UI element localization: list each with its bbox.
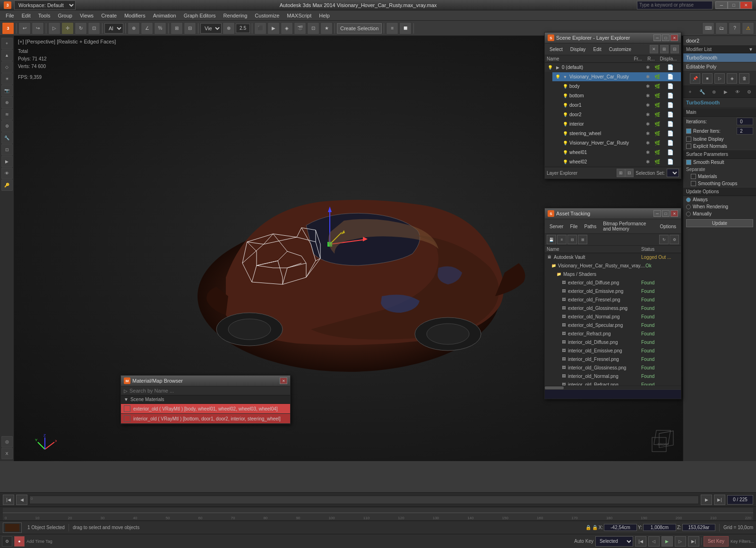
sidebar-systems[interactable]: ⚙ [1,120,13,132]
layer-row-steering[interactable]: 💡 steering_wheel ✱ 🌿 📄 [560,129,681,138]
isoline-checkbox[interactable] [686,137,691,142]
sidebar-motion[interactable]: ▶ [1,156,13,167]
viewport-thumb[interactable] [3,522,22,533]
at-scrollbar-thumb[interactable] [545,386,564,389]
display-icon[interactable]: 👁 [733,87,742,96]
sidebar-xray[interactable]: X [1,448,13,459]
create-selection-button[interactable]: Create Selection [337,23,382,34]
smoothing-groups-checkbox[interactable] [691,181,696,186]
prev-frame-btn[interactable]: ◀ [16,495,27,505]
layer-row-bottom[interactable]: 💡 bottom ✱ 🌿 📄 [560,91,681,101]
anim-go-end[interactable]: ▶| [688,536,699,547]
z-value[interactable]: 153,629ar [682,524,715,531]
le-expand-btn[interactable]: ⊞ [660,45,669,53]
anim-record-btn[interactable]: ● [14,536,25,547]
at-row-tex-4[interactable]: 🖼 exterior_old_Glossiness.png Found [545,304,681,313]
at-row-tex-13[interactable]: 🖼 interior_old_Refract.png Found [545,381,681,385]
at-file-menu[interactable]: File [567,223,580,230]
sidebar-helpers[interactable]: ⊕ [1,97,13,108]
coord-system[interactable]: ⊕ [223,22,235,34]
explicit-normals-checkbox[interactable] [686,144,691,149]
menu-customize[interactable]: Customize [251,12,283,19]
object-name-field[interactable]: door2 [683,36,756,46]
anim-go-start[interactable]: |◀ [635,536,646,547]
layer-row-body[interactable]: 💡 body ✱ 🌿 📄 [560,82,681,91]
le-edit-menu[interactable]: Edit [591,46,604,53]
menu-graph-editors[interactable]: Graph Editors [180,12,220,19]
at-row-tex-8[interactable]: 🖼 interior_old_Diffuse.png Found [545,338,681,347]
render-setup[interactable]: ⬛ [254,22,266,34]
update-button[interactable]: Update [686,219,753,227]
render-frame[interactable]: 🎬 [294,22,306,34]
mb-titlebar[interactable]: M Material/Map Browser ✕ [121,376,290,386]
motion-icon[interactable]: ▶ [721,87,730,96]
at-server-menu[interactable]: Server [547,223,566,230]
help-btn[interactable]: ? [729,22,741,34]
rotate-tool[interactable]: ↻ [75,22,87,34]
at-row-maps[interactable]: 📁 Maps / Shaders [545,270,681,279]
le-display-menu[interactable]: Display [567,46,589,53]
sidebar-utilities[interactable]: 🔑 [1,180,13,191]
mb-material-interior[interactable]: interior_old ( VRayMtl ) [bottom, door1,… [121,414,290,424]
view-dropdown[interactable]: View [200,23,222,34]
timeline-scrubber[interactable]: 0 [29,496,699,504]
at-refresh-btn[interactable]: ↻ [659,235,669,244]
set-key-btn[interactable]: Set Key [704,536,729,547]
le-select-menu[interactable]: Select [547,46,566,53]
layer-row-visionary[interactable]: 💡 ▼ Visionary_Hover_Car_Rusty ✱ 🌿 📄 [552,72,681,82]
at-row-tex-9[interactable]: 🖼 interior_old_Emissive.png Found [545,347,681,355]
navigation-cube[interactable]: FRONT [650,428,678,456]
layer-row-interior[interactable]: 💡 interior ✱ 🌿 📄 [560,120,681,129]
mod-remove[interactable]: 🗑 [739,73,749,84]
at-row-tex-1[interactable]: 🖼 exterior_old_Diffuse.png Found [545,279,681,287]
sidebar-lights[interactable]: ☀ [1,73,13,85]
selection-set-dropdown[interactable] [667,169,679,177]
minimize-button[interactable]: ─ [715,1,728,9]
materials-checkbox[interactable] [691,174,696,179]
workspace-selector[interactable]: Workspace: Default [14,0,76,10]
panel-close-btn[interactable]: ✕ [670,34,678,41]
snap-toggle[interactable]: ⊕ [128,22,140,34]
menu-views[interactable]: Views [76,12,97,19]
mod-make-unique[interactable]: ◈ [727,73,737,84]
le-footer-btn2[interactable]: ⊟ [625,169,634,177]
at-row-visionary-file[interactable]: 📁 Visionary_Hover_Car_Rusty_max_vray....… [545,262,681,270]
le-collapse-btn[interactable]: ⊟ [670,45,679,53]
menu-file[interactable]: File [2,12,18,19]
mb-material-exterior[interactable]: exterior_old ( VRayMtl ) [body, wheel01,… [121,404,290,414]
create-panel-icon[interactable]: + [686,87,695,96]
sidebar-hierarchy[interactable]: ⊡ [1,144,13,155]
quick-render[interactable]: ▶ [267,22,280,34]
close-button[interactable]: ✕ [740,1,752,9]
modifier-editable-poly[interactable]: Editable Poly [683,62,756,71]
at-btn4[interactable]: ⊞ [578,235,587,244]
at-row-tex-2[interactable]: 🖼 exterior_old_Emissive.png Found [545,287,681,296]
modifier-list-dropdown[interactable]: ▼ [748,47,753,52]
at-row-tex-3[interactable]: 🖼 exterior_old_Fresnel.png Found [545,296,681,304]
asset-tracking-titlebar[interactable]: S Asset Tracking ─ □ ✕ [545,208,681,219]
at-btn3[interactable]: ⊟ [567,235,577,244]
render-iters-input[interactable] [737,127,753,135]
manually-radio[interactable] [686,212,691,216]
at-row-tex-12[interactable]: 🖼 interior_old_Normal.png Found [545,372,681,381]
render-iters-checkbox[interactable] [686,128,691,134]
effects[interactable]: ★ [320,22,333,34]
panel-minimize-btn[interactable]: ─ [653,34,661,41]
layer-row-default[interactable]: 💡 ▶ 0 (default) ✱ 🌿 📄 [545,63,681,72]
layer-row-door2[interactable]: 💡 door2 ✱ 🌿 📄 [560,110,681,120]
undo-button[interactable]: ↩ [18,22,31,34]
key-filters-label[interactable]: Key Filters... [730,539,754,544]
align-tool[interactable]: ⊟ [184,22,196,34]
mod-pin[interactable]: 📌 [690,73,700,84]
sidebar-spacewarps[interactable]: ≋ [1,109,13,120]
next-frame-btn[interactable]: ▶ [701,495,712,505]
anim-settings-icon[interactable]: ⚙ [2,536,12,547]
at-settings-btn[interactable]: ⚙ [670,235,679,244]
anim-next-key[interactable]: ▷ [675,536,686,547]
sidebar-isolate[interactable]: ◎ [1,436,13,447]
go-start-btn[interactable]: |◀ [3,495,14,505]
at-btn1[interactable]: 💾 [547,235,556,244]
at-row-tex-11[interactable]: 🖼 interior_old_Glossiness.png Found [545,364,681,372]
at-minimize-btn[interactable]: ─ [653,210,661,217]
iterations-input[interactable] [737,118,753,125]
